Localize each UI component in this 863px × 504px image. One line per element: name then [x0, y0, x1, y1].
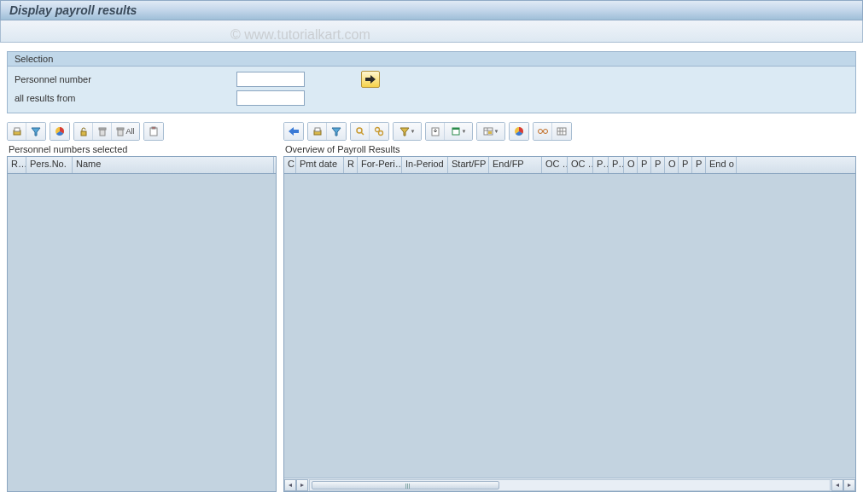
label-personnel-number: Personnel number [15, 74, 236, 84]
find-button[interactable] [351, 123, 370, 140]
print-button-r[interactable] [308, 123, 327, 140]
selection-panel: Selection Personnel number all results f… [7, 51, 856, 113]
column-header-p4[interactable]: P [651, 157, 665, 173]
left-pane-title: Personnel numbers selected [7, 144, 277, 154]
column-header-oc1[interactable]: OC … [542, 157, 568, 173]
svg-rect-7 [117, 128, 124, 130]
column-header-o1[interactable]: O [624, 157, 638, 173]
column-header-name[interactable]: Name [73, 157, 274, 173]
right-pane-title: Overview of Payroll Results [283, 144, 856, 154]
column-header-c[interactable]: C [284, 157, 296, 173]
selection-header: Selection [8, 52, 855, 67]
chart-button-r[interactable] [510, 123, 528, 140]
svg-point-14 [376, 128, 380, 132]
spreadsheet-button[interactable]: ▼ [445, 123, 472, 140]
svg-rect-3 [81, 131, 86, 136]
delete-button[interactable] [93, 123, 112, 140]
svg-point-15 [379, 131, 383, 136]
svg-rect-1 [15, 128, 20, 131]
delete-all-button[interactable]: All [112, 123, 139, 140]
svg-rect-18 [452, 128, 459, 130]
title-bar: Display payroll results [0, 0, 863, 20]
svg-rect-4 [100, 130, 105, 136]
column-header-inperiod[interactable]: In-Period [402, 157, 448, 173]
svg-rect-9 [152, 127, 155, 129]
svg-rect-22 [488, 131, 492, 134]
column-header-p3[interactable]: P [638, 157, 651, 173]
scroll-first-button[interactable]: ◂ [284, 479, 296, 491]
app-toolbar-strip [0, 20, 863, 43]
right-grid-body[interactable] [284, 174, 855, 478]
back-button[interactable] [284, 123, 303, 140]
find-next-button[interactable] [370, 123, 388, 140]
column-header-endo[interactable]: End o [706, 157, 737, 173]
column-header-p5[interactable]: P [679, 157, 692, 173]
right-pane: ▼ ▼ ▼ Overview of Payroll Results [283, 122, 856, 492]
right-scrollbar: ◂ ▸ ◂ ▸ [284, 478, 855, 491]
input-all-results-from[interactable] [236, 90, 305, 106]
scroll-last-button[interactable]: ▸ [843, 479, 855, 491]
column-header-r[interactable]: R… [8, 157, 26, 173]
print-button[interactable] [8, 123, 26, 140]
svg-line-13 [361, 132, 364, 135]
column-header-p2[interactable]: P… [609, 157, 624, 173]
right-grid: CPmt dateRFor-Peri…In-PeriodStart/FPEnd/… [283, 156, 856, 492]
column-header-endfp[interactable]: End/FP [489, 157, 542, 173]
chart-button[interactable] [50, 123, 69, 140]
scroll-next-button[interactable]: ◂ [831, 479, 843, 491]
column-header-r2[interactable]: R [344, 157, 358, 173]
set-filter-button[interactable]: ▼ [394, 123, 421, 140]
column-header-p1[interactable]: P… [593, 157, 609, 173]
execute-button[interactable] [361, 71, 380, 88]
left-grid: R…Pers.No.Name [7, 156, 277, 492]
filter-button-r[interactable] [327, 123, 346, 140]
right-toolbar: ▼ ▼ ▼ [283, 122, 856, 141]
scroll-prev-button[interactable]: ▸ [296, 479, 308, 491]
filter-button[interactable] [26, 123, 45, 140]
column-header-startfp[interactable]: Start/FP [448, 157, 489, 173]
left-toolbar: All [7, 122, 277, 141]
page-title: Display payroll results [9, 3, 137, 17]
left-pane: All Personnel numbers selected R…Pers.No… [7, 122, 277, 492]
clipboard-button[interactable] [144, 123, 163, 140]
left-grid-header: R…Pers.No.Name [8, 157, 276, 174]
svg-point-24 [538, 130, 542, 134]
column-header-forperi[interactable]: For-Peri… [358, 157, 402, 173]
scroll-track[interactable] [309, 479, 831, 491]
scroll-thumb[interactable] [312, 481, 499, 490]
glasses-button[interactable] [534, 123, 552, 140]
svg-rect-6 [118, 130, 123, 136]
unlock-button[interactable] [74, 123, 93, 140]
svg-rect-5 [99, 128, 106, 130]
column-header-persno[interactable]: Pers.No. [26, 157, 73, 173]
export-button[interactable] [426, 123, 445, 140]
label-all-results-from: all results from [15, 93, 236, 103]
right-grid-header: CPmt dateRFor-Peri…In-PeriodStart/FPEnd/… [284, 157, 855, 174]
column-header-pmtdate[interactable]: Pmt date [296, 157, 344, 173]
svg-rect-11 [315, 128, 320, 131]
svg-point-25 [543, 130, 547, 134]
column-header-o2[interactable]: O [665, 157, 679, 173]
grid-button[interactable] [552, 123, 571, 140]
column-header-oc2[interactable]: OC … [568, 157, 593, 173]
layout-button[interactable]: ▼ [477, 123, 504, 140]
left-grid-body[interactable] [8, 174, 276, 491]
input-personnel-number[interactable] [236, 72, 305, 87]
column-header-p6[interactable]: P [692, 157, 706, 173]
